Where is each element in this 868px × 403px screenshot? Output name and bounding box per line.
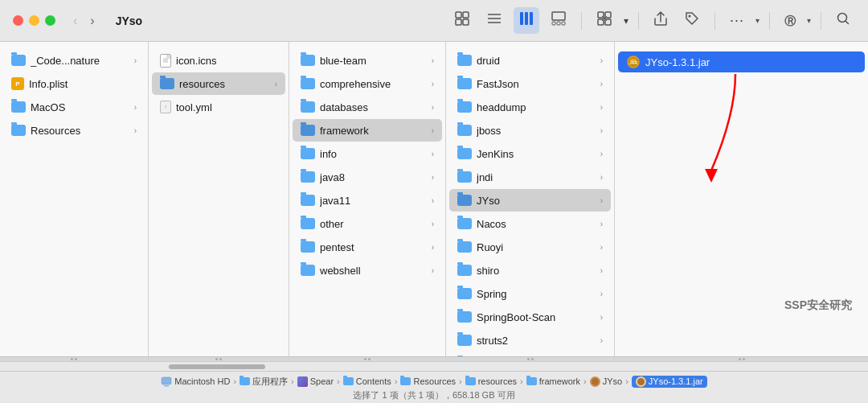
folder-icon <box>301 148 315 159</box>
col4-item-jyso[interactable]: JYso › <box>449 189 611 212</box>
back-button[interactable]: ‹ <box>68 12 82 30</box>
item-label: Spring <box>477 288 596 300</box>
svg-text:JAR: JAR <box>629 60 637 65</box>
horizontal-scrollbar-thumb[interactable] <box>169 364 265 369</box>
view-group-button[interactable] <box>592 7 617 34</box>
col3-item-databases[interactable]: databases › <box>293 96 442 118</box>
col3-item-info[interactable]: info › <box>293 142 442 165</box>
chevron-icon: › <box>432 80 434 88</box>
breadcrumb-item-jyso-folder[interactable]: JYso <box>590 376 622 387</box>
breadcrumb-item-apps[interactable]: 应用程序 <box>240 376 288 388</box>
col3-item-webshell[interactable]: webshell › <box>293 259 442 282</box>
bc-folder-icon <box>526 377 537 385</box>
item-label: java8 <box>320 171 427 183</box>
col3-item-blueteam[interactable]: blue-team › <box>293 49 442 72</box>
toolbar-divider-2 <box>638 12 639 30</box>
col4-item-ruoyi[interactable]: Ruoyi › <box>449 236 611 258</box>
breadcrumb-item-macintosh-hd[interactable]: Macintosh HD <box>161 376 230 387</box>
chevron-icon: › <box>600 173 603 182</box>
col1-item-macos[interactable]: MacOS › <box>3 96 145 118</box>
col4-item-jndi[interactable]: jndi › <box>449 166 611 188</box>
col3-item-framework[interactable]: framework › <box>293 119 442 142</box>
col4-item-druid[interactable]: druid › <box>449 49 611 72</box>
item-label: SpringBoot-Scan <box>477 311 596 323</box>
item-label: Nacos <box>477 218 596 230</box>
svg-rect-1 <box>463 12 469 18</box>
svg-rect-11 <box>552 22 555 25</box>
item-label: other <box>320 218 427 230</box>
account-button[interactable]: Ⓡ <box>780 9 800 32</box>
column-1: _Code...nature › P Info.plist MacOS › Re… <box>0 42 149 361</box>
col3-item-other[interactable]: other › <box>293 212 442 235</box>
col5-item-jar[interactable]: JAR JYso-1.3.1.jar <box>618 51 865 72</box>
col2-item-icon[interactable]: icon.icns <box>152 49 285 72</box>
horizontal-scrollbar-track[interactable] <box>0 361 868 371</box>
view-grid-button[interactable] <box>449 7 475 34</box>
col3-item-java11[interactable]: java11 › <box>293 189 442 212</box>
folder-icon <box>11 55 26 66</box>
share-button[interactable] <box>649 7 673 34</box>
col1-item-resources[interactable]: Resources › <box>3 119 145 142</box>
minimize-button[interactable] <box>29 15 39 26</box>
folder-icon <box>301 101 315 113</box>
col2-item-resources[interactable]: resources › <box>152 72 285 95</box>
col4-item-springbootscan[interactable]: SpringBoot-Scan › <box>449 306 611 328</box>
toolbar-divider-4 <box>769 12 770 30</box>
more-button[interactable]: ··· <box>725 9 749 32</box>
item-label: jndi <box>477 171 596 183</box>
view-list-button[interactable] <box>481 7 507 34</box>
view-gallery-button[interactable] <box>546 7 571 34</box>
status-bar: Macintosh HD › 应用程序 › Spear › Contents ›… <box>0 371 868 403</box>
breadcrumb-item-resources2[interactable]: resources <box>465 376 517 386</box>
chevron-icon: › <box>432 103 434 112</box>
col4-item-jenkins[interactable]: JenKins › <box>449 142 611 165</box>
svg-rect-20 <box>163 58 168 63</box>
view-columns-button[interactable] <box>514 7 539 34</box>
chevron-icon: › <box>134 126 137 135</box>
breadcrumb-item-jar[interactable]: JYso-1.3.1.jar <box>632 376 707 388</box>
chevron-icon: › <box>600 220 603 228</box>
col2-item-toolyml[interactable]: ! tool.yml <box>152 96 285 118</box>
svg-rect-7 <box>520 12 523 25</box>
item-label: Info.plist <box>29 78 137 90</box>
col1-item-code[interactable]: _Code...nature › <box>3 49 145 72</box>
maximize-button[interactable] <box>45 15 55 26</box>
col3-item-pentest[interactable]: pentest › <box>293 236 442 258</box>
chevron-icon: › <box>600 266 603 275</box>
col3-item-java8[interactable]: java8 › <box>293 166 442 188</box>
svg-marker-24 <box>705 169 718 183</box>
item-label: resources <box>179 78 270 90</box>
col3-item-comprehensive[interactable]: comprehensive › <box>293 72 442 95</box>
item-label: icon.icns <box>176 55 277 67</box>
breadcrumb-item-framework[interactable]: framework <box>526 376 580 386</box>
folder-icon <box>457 148 472 159</box>
search-button[interactable] <box>831 8 855 33</box>
breadcrumb-sep: › <box>459 376 462 386</box>
breadcrumb-item-resources[interactable]: Resources <box>400 376 456 386</box>
window-title: JYso <box>116 14 142 27</box>
chevron-icon: › <box>432 243 434 252</box>
folder-icon <box>11 125 26 136</box>
tag-button[interactable] <box>679 7 705 34</box>
close-button[interactable] <box>13 15 23 26</box>
item-label: tool.yml <box>176 101 277 113</box>
col4-item-struts2[interactable]: struts2 › <box>449 329 611 352</box>
forward-button[interactable]: › <box>85 12 99 30</box>
breadcrumb-label: Macintosh HD <box>174 376 230 386</box>
toolbar-divider-1 <box>581 12 582 30</box>
item-label: MacOS <box>31 101 129 113</box>
item-label: druid <box>477 55 596 67</box>
breadcrumb-item-contents[interactable]: Contents <box>343 376 391 386</box>
col4-item-fastjson[interactable]: FastJson › <box>449 72 611 95</box>
col1-item-infoplist[interactable]: P Info.plist <box>3 72 145 95</box>
breadcrumb-item-spear[interactable]: Spear <box>297 376 334 387</box>
col4-item-spring[interactable]: Spring › <box>449 282 611 305</box>
col4-item-shiro[interactable]: shiro › <box>449 259 611 282</box>
col4-item-headdump[interactable]: headdump › <box>449 96 611 118</box>
finder-columns: _Code...nature › P Info.plist MacOS › Re… <box>0 42 868 361</box>
col4-item-nacos[interactable]: Nacos › <box>449 212 611 235</box>
svg-rect-12 <box>557 22 560 25</box>
traffic-lights <box>13 15 55 26</box>
col4-item-jboss[interactable]: jboss › <box>449 119 611 142</box>
chevron-icon: › <box>600 126 603 135</box>
